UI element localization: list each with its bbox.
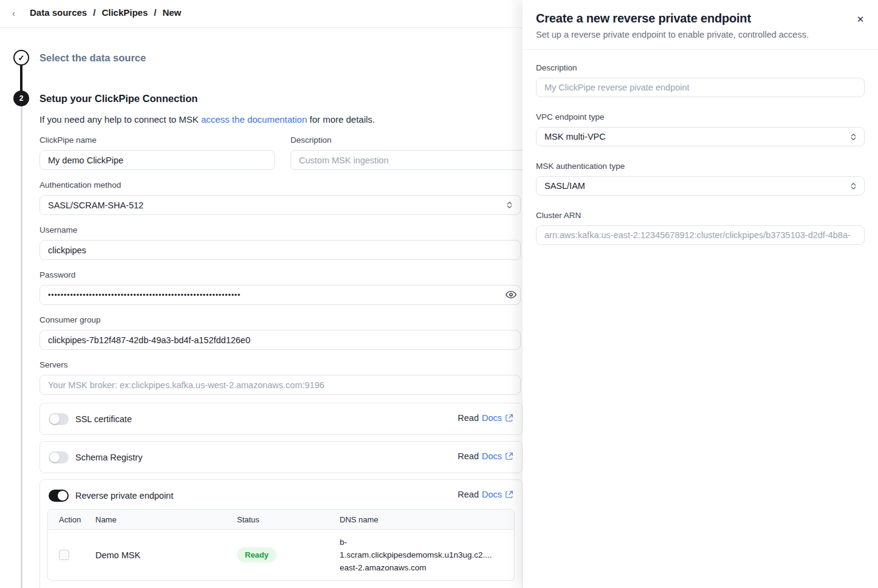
password-input[interactable] (39, 285, 521, 305)
breadcrumb: Data sources / ClickPipes / New (30, 7, 181, 18)
clickpipes-setup-page: ‹ Data sources / ClickPipes / New ✓ 2 Se… (0, 0, 878, 588)
endpoints-table-header: Action Name Status DNS name (48, 510, 514, 530)
step1-title: Select the data source (39, 52, 146, 64)
ssl-certificate-toggle[interactable] (49, 413, 69, 425)
breadcrumb-separator: / (154, 7, 156, 18)
servers-label: Servers (39, 360, 68, 369)
stepper-connector-gray (21, 106, 22, 588)
endpoint-dns-name: b- 1.scram.clickpipesdemomsk.u1n3ug.c2..… (340, 530, 514, 580)
status-badge: Ready (237, 547, 276, 562)
chevron-updown-icon (851, 183, 856, 190)
schema-registry-card: Schema Registry Read Docs (39, 441, 523, 473)
username-input[interactable] (39, 240, 521, 260)
help-prefix: If you need any help to connect to MSK (39, 114, 201, 125)
dns-line: b- (340, 536, 509, 549)
breadcrumb-item-clickpipes[interactable]: ClickPipes (101, 7, 148, 18)
reverse-endpoint-docs-link[interactable]: Docs (482, 490, 502, 499)
read-label: Read (458, 413, 479, 423)
ssl-docs-link[interactable]: Docs (482, 413, 502, 423)
breadcrumb-item-new[interactable]: New (162, 7, 181, 18)
breadcrumb-item-data-sources[interactable]: Data sources (30, 7, 87, 18)
dns-line: east-2.amazonaws.com (340, 561, 509, 574)
cluster-arn-input[interactable] (536, 225, 865, 245)
step2-title: Setup your ClickPipe Connection (39, 93, 197, 104)
column-header-status: Status (237, 515, 340, 524)
panel-title: Create a new reverse private endpoint (536, 12, 865, 26)
panel-subtitle: Set up a reverse private endpoint to ena… (536, 30, 865, 39)
schema-registry-label: Schema Registry (75, 453, 142, 462)
step2-number: 2 (19, 94, 24, 103)
reverse-private-endpoint-toggle[interactable] (49, 490, 69, 502)
auth-method-value: SASL/SCRAM-SHA-512 (48, 200, 143, 210)
ssl-certificate-label: SSL certificate (75, 414, 132, 424)
reverse-private-endpoint-label: Reverse private endpoint (75, 491, 173, 501)
description-label: Description (290, 135, 332, 145)
breadcrumb-separator: / (93, 7, 95, 18)
chevron-updown-icon (851, 134, 856, 140)
column-header-name: Name (95, 515, 237, 524)
username-label: Username (39, 225, 77, 234)
ssl-certificate-card: SSL certificate Read Docs (39, 403, 523, 435)
row-checkbox[interactable] (59, 550, 69, 560)
help-suffix: for more details. (307, 114, 375, 125)
auth-method-label: Authentication method (39, 180, 121, 190)
external-link-icon[interactable] (505, 490, 513, 499)
step1-check-circle: ✓ (13, 50, 29, 66)
endpoints-table: Action Name Status DNS name Demo MSK Rea… (47, 509, 515, 581)
servers-input[interactable] (39, 375, 521, 395)
schema-registry-toggle[interactable] (49, 451, 69, 463)
password-label: Password (39, 270, 75, 279)
check-icon: ✓ (18, 53, 25, 63)
create-reverse-endpoint-panel: Create a new reverse private endpoint Se… (523, 0, 878, 588)
show-password-eye-icon[interactable] (504, 289, 518, 302)
back-chevron-icon[interactable]: ‹ (12, 8, 15, 18)
external-link-icon[interactable] (505, 414, 513, 422)
consumer-group-label: Consumer group (39, 315, 101, 324)
help-text: If you need any help to connect to MSK a… (39, 114, 375, 125)
msk-auth-type-value: SASL/IAM (544, 181, 585, 191)
dns-line: 1.scram.clickpipesdemomsk.u1n3ug.c2.... (340, 549, 509, 561)
panel-description-label: Description (536, 63, 865, 72)
table-row: Demo MSK Ready b- 1.scram.clickpipesdemo… (48, 530, 514, 580)
documentation-link[interactable]: access the documentation (201, 114, 307, 125)
panel-body: Description VPC endpoint type MSK multi-… (523, 50, 878, 273)
vpc-endpoint-type-label: VPC endpoint type (536, 112, 865, 121)
read-label: Read (458, 451, 479, 461)
column-header-dns-name: DNS name (340, 515, 514, 524)
cluster-arn-label: Cluster ARN (536, 211, 865, 220)
close-icon[interactable]: ✕ (855, 14, 866, 25)
read-label: Read (458, 490, 479, 499)
stepper-connector-dark (20, 64, 22, 92)
external-link-icon[interactable] (505, 452, 513, 460)
vpc-endpoint-type-select[interactable]: MSK multi-VPC (536, 127, 865, 146)
endpoint-name: Demo MSK (95, 550, 237, 560)
clickpipe-name-input[interactable] (39, 150, 275, 170)
msk-auth-type-label: MSK authentication type (536, 162, 865, 171)
chevron-updown-icon (507, 202, 512, 208)
step2-circle: 2 (13, 91, 29, 106)
clickpipe-name-label: ClickPipe name (39, 135, 97, 145)
vpc-endpoint-type-value: MSK multi-VPC (544, 132, 606, 142)
consumer-group-input[interactable] (39, 330, 521, 350)
panel-header: Create a new reverse private endpoint Se… (523, 0, 878, 50)
msk-auth-type-select[interactable]: SASL/IAM (536, 176, 865, 196)
column-header-action: Action (48, 515, 95, 524)
description-input[interactable] (290, 150, 527, 170)
auth-method-select[interactable]: SASL/SCRAM-SHA-512 (39, 195, 521, 215)
panel-description-input[interactable] (536, 78, 865, 97)
schema-docs-link[interactable]: Docs (482, 451, 502, 461)
